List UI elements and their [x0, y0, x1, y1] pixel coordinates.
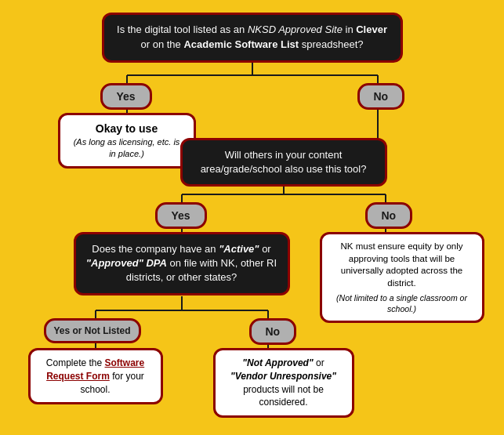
not-approved-box: "Not Approved" or "Vendor Unresponsive" …	[213, 348, 354, 418]
yes1-label: Yes	[100, 83, 152, 110]
no2-label: No	[365, 202, 413, 229]
does-company-text: Does the company have an "Active" or "Ap…	[86, 243, 277, 283]
software-request-form-link[interactable]: Software Request Form	[46, 357, 144, 382]
no2-diamond: No	[365, 202, 413, 229]
will-others-text: Will others in your content area/grade/s…	[201, 149, 367, 175]
yes-not-listed-diamond: Yes or Not Listed	[44, 318, 141, 343]
yes2-label: Yes	[155, 202, 207, 229]
okay-to-use-box: Okay to use (As long as licensing, etc. …	[58, 113, 196, 169]
top-question-text: Is the digital tool listed as an NKSD Ap…	[117, 24, 387, 50]
no3-label: No	[249, 318, 297, 345]
no3-diamond: No	[249, 318, 297, 345]
yes1-diamond: Yes	[100, 83, 152, 110]
complete-form-text: Complete the Software Request Form for y…	[46, 357, 144, 395]
no1-diamond: No	[357, 83, 405, 110]
okay-to-use-subtitle: (As long as licensing, etc. is in place.…	[70, 136, 184, 160]
will-others-box: Will others in your content area/grade/s…	[180, 138, 387, 187]
nk-equity-box: NK must ensure equity by only approving …	[320, 232, 484, 323]
not-approved-text: "Not Approved" or "Vendor Unresponsive" …	[230, 357, 336, 408]
nk-equity-text: NK must ensure equity by only approving …	[341, 241, 463, 288]
yes-not-listed-label: Yes or Not Listed	[44, 318, 141, 343]
complete-form-box: Complete the Software Request Form for y…	[28, 348, 163, 404]
does-company-box: Does the company have an "Active" or "Ap…	[74, 232, 290, 295]
yes2-diamond: Yes	[155, 202, 207, 229]
nk-equity-note: (Not limited to a single classroom or sc…	[332, 292, 473, 314]
okay-to-use-title: Okay to use	[70, 121, 184, 136]
top-question-box: Is the digital tool listed as an NKSD Ap…	[102, 13, 403, 63]
no1-label: No	[357, 83, 405, 110]
